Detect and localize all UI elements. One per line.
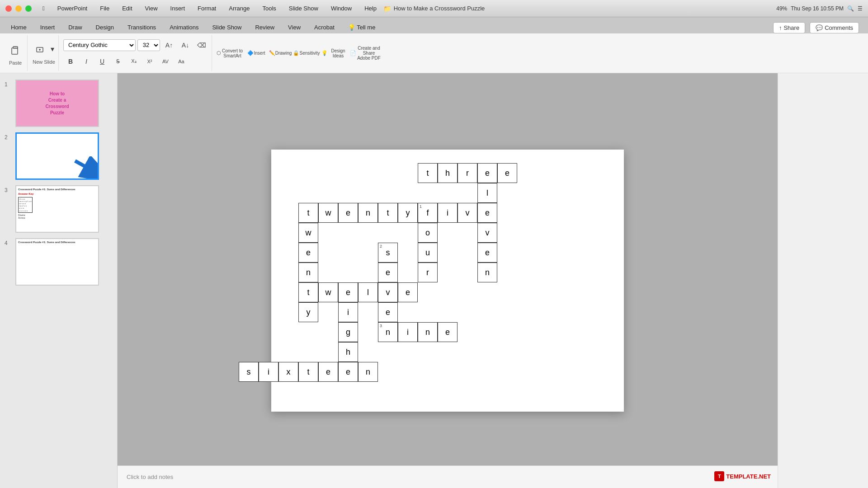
cell-i-8-5: i [398,322,418,342]
datetime: Thu Sep 16 10:55 PM [791,5,844,12]
slide-thumb-2[interactable]: 2 [No Title] [0,130,117,183]
slide-thumb-1[interactable]: 1 How toCreate aCrosswordPuzzle [0,77,117,130]
drawing-button[interactable]: ✏️ Drawing [269,41,292,66]
font-group: Century Gothic 32 A↑ A↓ ⌫ B I U S̶ X₂ X²… [61,35,212,71]
watermark: T TEMPLATE.NET [714,471,771,481]
underline-button[interactable]: U [95,54,109,69]
tab-draw[interactable]: Draw [62,21,88,33]
cell-y-2-5: y [398,203,418,223]
character-spacing-button[interactable]: AV [158,54,173,69]
superscript-button[interactable]: X² [142,54,157,69]
control-center-icon[interactable]: ☰ [858,5,863,12]
slide-preview-3[interactable]: Crossword Puzzle #1: Sums and Difference… [15,185,99,233]
cell-e-2-9: e [477,203,497,223]
tab-insert[interactable]: Insert [34,21,61,33]
tab-animations[interactable]: Animations [163,21,205,33]
menu-tools[interactable]: Tools [260,4,278,13]
menu-edit[interactable]: Edit [120,4,134,13]
design-ideas-button[interactable]: 💡 Design Ideas [321,41,349,66]
insert-button[interactable]: 🔷 Insert [245,41,268,66]
apple-menu[interactable]:  [41,4,47,13]
ribbon-toolbar: Paste ▾ New Slide Century Gothic 32 [0,33,868,73]
tab-tell-me[interactable]: 💡 Tell me [342,21,382,33]
decrease-font-button[interactable]: A↓ [178,38,193,52]
strikethrough-button[interactable]: S̶ [111,54,125,69]
cell-n-8-4: 3n [378,322,398,342]
close-button[interactable] [5,5,12,12]
cell-t-6-0: t [298,282,318,302]
cell-n-10-3: n [358,362,378,382]
menu-arrange[interactable]: Arrange [227,4,251,13]
tab-review[interactable]: Review [249,21,281,33]
new-slide-dropdown[interactable]: ▾ [49,42,56,56]
watermark-icon: T [714,471,724,481]
italic-button[interactable]: I [79,54,94,69]
status-icons: 49% Thu Sep 16 10:55 PM 🔍 ☰ [776,5,863,12]
slide-thumb-3[interactable]: 3 Crossword Puzzle #1: Sums and Differen… [0,183,117,235]
change-case-button[interactable]: Aa [174,54,189,69]
cell-i-10: i [259,362,278,382]
menu-slideshow[interactable]: Slide Show [287,4,320,13]
cell-e-10-1: e [318,362,338,382]
watermark-text: TEMPLATE.NET [726,473,771,480]
notes-area[interactable]: Click to add notes [118,465,778,488]
cell-i-2-7: i [438,203,458,223]
crossword-grid: .grid-wrapper { position: relative; } .c… [298,163,524,403]
slide-num-3: 3 [5,187,12,193]
cell-h-0-7: h [438,163,458,183]
share-icon: ↑ [779,24,782,31]
menu-powerpoint[interactable]: PowerPoint [56,4,89,13]
menu-view[interactable]: View [143,4,160,13]
cell-n-5-9: n [477,263,497,282]
search-icon[interactable]: 🔍 [847,5,854,12]
cell-e-8-7: e [438,322,458,342]
slide1-title: How toCreate aCrosswordPuzzle [45,91,69,116]
minimize-button[interactable] [15,5,22,12]
right-panel [778,73,868,488]
cell-e-6-2: e [338,282,358,302]
slide-panel: 1 How toCreate aCrosswordPuzzle 2 [0,73,118,488]
menu-file[interactable]: File [98,4,111,13]
cell-n-5-0: n [298,263,318,282]
increase-font-button[interactable]: A↑ [162,38,176,52]
tab-transitions[interactable]: Transitions [121,21,162,33]
convert-smartart-button[interactable]: ⬡ Convert to SmartArt [217,41,244,66]
slide-preview-2[interactable]: [No Title] [15,132,99,180]
cell-v-2-8: v [458,203,477,223]
new-slide-group: ▾ New Slide [29,35,59,71]
font-selector[interactable]: Century Gothic [63,39,136,51]
tab-home[interactable]: Home [5,21,33,33]
new-slide-button[interactable] [32,42,48,58]
drawing-tools-group: ⬡ Convert to SmartArt 🔷 Insert ✏️ Drawin… [214,35,384,71]
cell-e-0-9: e [477,163,497,183]
slide-thumb-4[interactable]: 4 Crossword Puzzle #1: Sums and Differen… [0,235,117,288]
subscript-button[interactable]: X₂ [127,54,141,69]
slide-preview-1[interactable]: How toCreate aCrosswordPuzzle [15,80,99,127]
window-title: 📁 How to Make a Crosssword Puzzle [383,5,485,12]
slide-preview-4[interactable]: Crossword Puzzle #1: Sums and Difference… [15,238,99,286]
cell-h-9-2: h [338,342,358,362]
comments-button[interactable]: 💬 Comments [810,22,859,33]
create-share-pdf-button[interactable]: 📄 Create and Share Adobe PDF [350,41,382,66]
slide-num-1: 1 [5,81,12,88]
cell-r-0-8: r [458,163,477,183]
cell-t-10: t [298,362,318,382]
menu-insert[interactable]: Insert [169,4,187,13]
tab-slideshow[interactable]: Slide Show [206,21,248,33]
tab-view[interactable]: View [282,21,307,33]
paste-button[interactable] [6,41,24,59]
bold-button[interactable]: B [63,54,78,69]
slide-num-2: 2 [5,134,12,141]
maximize-button[interactable] [25,5,32,12]
tab-design[interactable]: Design [90,21,120,33]
font-size-selector[interactable]: 32 [137,39,160,51]
menu-window[interactable]: Window [329,4,354,13]
sensitivity-button[interactable]: 🔒 Sensitivity [293,41,320,66]
menu-format[interactable]: Format [196,4,218,13]
share-button[interactable]: ↑ Share [773,22,805,33]
tab-acrobat[interactable]: Acrobat [308,21,341,33]
cell-s-10-start: s [239,362,259,382]
format-clear-button[interactable]: ⌫ [194,38,209,52]
cell-f-2-6: 1f [418,203,438,223]
menu-help[interactable]: Help [363,4,378,13]
